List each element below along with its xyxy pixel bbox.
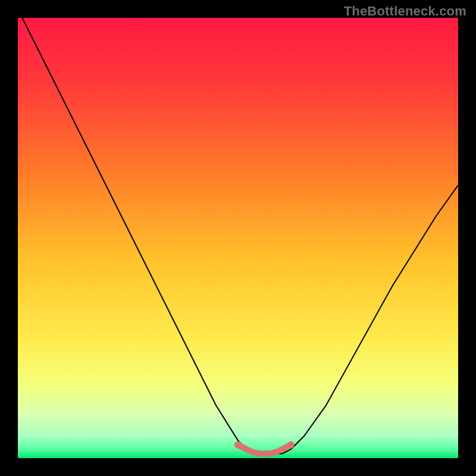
marker-dot: [234, 441, 242, 449]
plot-svg: [18, 18, 458, 458]
gradient-background: [18, 18, 458, 458]
marker-dot: [287, 441, 295, 449]
watermark-text: TheBottleneck.com: [344, 4, 466, 19]
chart-frame: TheBottleneck.com: [0, 0, 476, 476]
plot-area: [18, 18, 458, 458]
